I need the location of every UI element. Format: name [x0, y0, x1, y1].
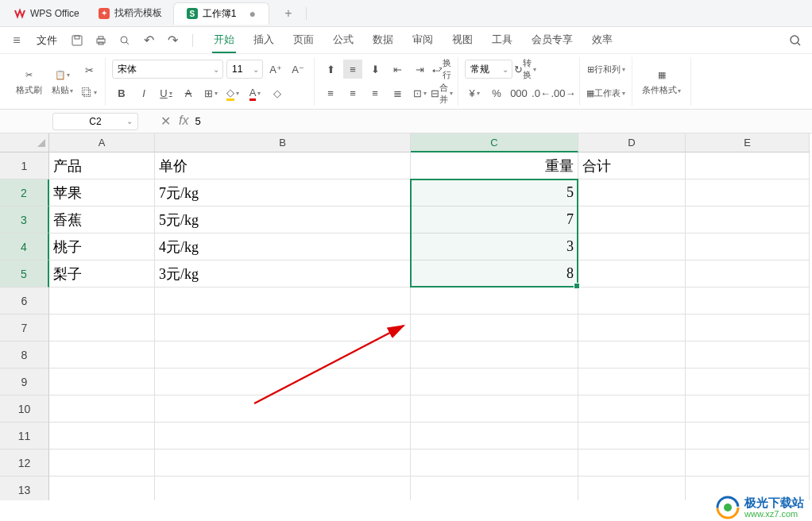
cell[interactable]	[411, 450, 578, 477]
row-header[interactable]: 10	[0, 396, 49, 423]
spreadsheet-grid[interactable]: ABCDE 12345678910111213 产品单价重量合计苹果7元/kg5…	[0, 133, 812, 500]
tab-vip[interactable]: 会员专享	[530, 28, 574, 53]
cell[interactable]	[578, 450, 686, 477]
column-header[interactable]: C	[411, 133, 578, 152]
font-name-select[interactable]: 宋体	[112, 60, 223, 79]
cell[interactable]	[155, 450, 411, 477]
paste-button[interactable]: 📋 粘贴	[48, 65, 76, 98]
italic-button[interactable]: I	[134, 84, 153, 103]
tab-view[interactable]: 视图	[450, 28, 474, 53]
cell[interactable]: 3	[411, 233, 578, 260]
select-all-corner[interactable]	[0, 133, 49, 152]
cell[interactable]	[411, 288, 578, 315]
wrap-button[interactable]: ⮐ 换行	[432, 60, 451, 79]
cut-button[interactable]: ✂	[79, 61, 99, 80]
cell[interactable]	[578, 206, 686, 233]
underline-button[interactable]: U	[157, 84, 176, 103]
cell[interactable]: 单价	[155, 152, 411, 179]
cell[interactable]	[578, 342, 686, 369]
formula-input[interactable]	[188, 113, 807, 130]
cell[interactable]	[49, 450, 155, 477]
cell[interactable]: 4元/kg	[155, 233, 411, 260]
cell[interactable]	[578, 315, 686, 342]
cell[interactable]	[49, 342, 155, 369]
transform-button[interactable]: ↻ 转换	[516, 60, 535, 79]
cell[interactable]	[411, 342, 578, 369]
cell[interactable]: 7	[411, 206, 578, 233]
comma-button[interactable]: 000	[509, 84, 528, 103]
currency-button[interactable]: ¥	[465, 84, 484, 103]
cell[interactable]	[686, 288, 810, 315]
cell[interactable]	[686, 206, 810, 233]
cell[interactable]	[686, 315, 810, 342]
merge-button[interactable]: ⊟ 合并	[432, 84, 451, 103]
cell[interactable]	[578, 179, 686, 206]
tab-data[interactable]: 数据	[371, 28, 395, 53]
cond-format-button[interactable]: ▦ 条件格式	[639, 65, 684, 98]
cell[interactable]	[155, 396, 411, 423]
cell[interactable]: 重量	[411, 152, 578, 179]
decimal-inc-button[interactable]: .0←	[532, 84, 551, 103]
row-header[interactable]: 13	[0, 477, 49, 500]
cell[interactable]	[686, 396, 810, 423]
row-header[interactable]: 8	[0, 342, 49, 369]
row-header[interactable]: 4	[0, 233, 49, 260]
copy-button[interactable]: ⿻	[79, 83, 99, 102]
worksheet-button[interactable]: ▦ 工作表	[586, 84, 625, 103]
decrease-font-button[interactable]: A⁻	[288, 60, 307, 79]
preview-icon[interactable]	[116, 32, 133, 49]
row-header[interactable]: 9	[0, 369, 49, 396]
cell[interactable]: 苹果	[49, 179, 155, 206]
cell[interactable]	[155, 342, 411, 369]
align-left-button[interactable]: ≡	[321, 84, 340, 103]
tab-insert[interactable]: 插入	[252, 28, 276, 53]
format-painter-button[interactable]: ✂ 格式刷	[13, 65, 45, 98]
cell[interactable]	[155, 315, 411, 342]
indent-dec-button[interactable]: ⇤	[388, 60, 407, 79]
cell[interactable]	[686, 342, 810, 369]
row-header[interactable]: 12	[0, 450, 49, 477]
cell[interactable]: 合计	[578, 152, 686, 179]
redo-icon[interactable]: ↷	[164, 32, 181, 49]
orientation-button[interactable]: ⊡	[410, 84, 429, 103]
add-tab-button[interactable]: +	[279, 4, 298, 23]
justify-button[interactable]: ≣	[388, 84, 407, 103]
cell[interactable]	[411, 369, 578, 396]
cell[interactable]	[578, 477, 686, 500]
row-header[interactable]: 6	[0, 288, 49, 315]
file-menu[interactable]: 文件	[32, 33, 62, 48]
number-format-select[interactable]: 常规	[465, 60, 512, 79]
cell[interactable]	[49, 288, 155, 315]
name-box[interactable]: C2	[52, 113, 138, 130]
menu-icon[interactable]: ≡	[8, 32, 25, 49]
cell[interactable]	[49, 477, 155, 500]
align-top-button[interactable]: ⬆	[321, 60, 340, 79]
cell[interactable]: 香蕉	[49, 206, 155, 233]
cell[interactable]	[411, 423, 578, 450]
close-tab-icon[interactable]: ●	[249, 7, 255, 20]
cell[interactable]: 7元/kg	[155, 179, 411, 206]
row-header[interactable]: 11	[0, 423, 49, 450]
cell[interactable]: 5	[411, 179, 578, 206]
cell[interactable]	[578, 288, 686, 315]
clear-format-button[interactable]: ◇	[268, 84, 287, 103]
strike-button[interactable]: A	[179, 84, 198, 103]
cell[interactable]	[49, 315, 155, 342]
cell[interactable]	[578, 396, 686, 423]
cell[interactable]	[578, 369, 686, 396]
font-color-button[interactable]: A	[246, 84, 265, 103]
cell[interactable]	[411, 315, 578, 342]
percent-button[interactable]: %	[487, 84, 506, 103]
cell[interactable]	[155, 288, 411, 315]
cell[interactable]: 产品	[49, 152, 155, 179]
font-size-select[interactable]: 11	[226, 60, 263, 79]
decimal-dec-button[interactable]: .00→	[554, 84, 573, 103]
cancel-icon[interactable]: ✕	[160, 114, 171, 129]
cell[interactable]	[578, 233, 686, 260]
cell[interactable]	[411, 396, 578, 423]
row-header[interactable]: 3	[0, 206, 49, 233]
increase-font-button[interactable]: A⁺	[266, 60, 285, 79]
align-center-button[interactable]: ≡	[343, 84, 362, 103]
row-header[interactable]: 1	[0, 152, 49, 179]
template-tab[interactable]: ✦ 找稻壳模板	[91, 2, 170, 25]
